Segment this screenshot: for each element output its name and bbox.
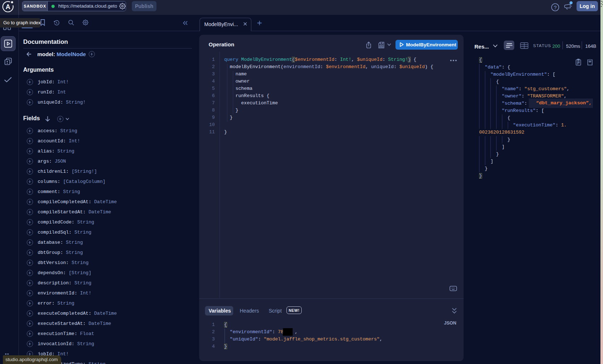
svg-text:A: A	[6, 3, 11, 11]
svg-text:?: ?	[554, 5, 557, 11]
